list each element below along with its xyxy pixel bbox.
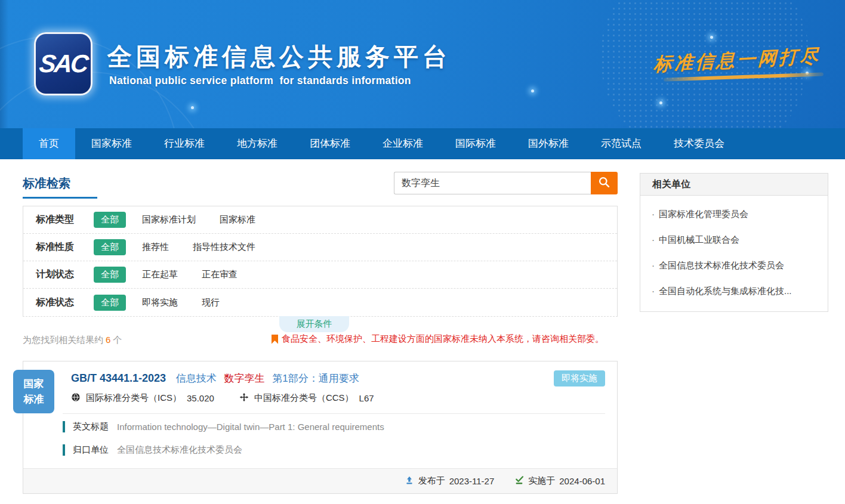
magnifier-icon [598,176,610,190]
nav-item-national-standards[interactable]: 国家标准 [75,128,148,159]
glow-dot-decoration [659,101,662,104]
card-divider [63,413,605,414]
glow-dot-decoration [531,89,534,92]
search-box [394,172,618,194]
result-summary: 为您找到相关结果约6个 [23,335,122,346]
standard-type-badge: 国家 标准 [13,370,54,413]
dept-value: 全国信息技术标准化技术委员会 [117,444,242,456]
bullet: · [652,234,655,245]
filter-label: 计划状态 [36,268,94,281]
ics-value: 35.020 [187,393,214,403]
sac-logo[interactable]: SAC [34,32,92,95]
sidebar-item-label: 全国信息技术标准化技术委员会 [659,260,784,270]
filter-option[interactable]: 即将实施 [142,297,178,308]
page-title: 标准检索 [23,175,70,191]
nav-item-enterprise-standards[interactable]: 企业标准 [366,128,439,159]
sac-logo-text: SAC [38,50,89,78]
ics-meta: 国际标准分类号（ICS） 35.020 [71,392,214,404]
filter-option[interactable]: 现行 [202,297,220,308]
filter-label: 标准状态 [36,296,94,309]
sidebar-list: ·国家标准化管理委员会 ·中国机械工业联合会 ·全国信息技术标准化技术委员会 ·… [640,196,828,312]
search-input[interactable] [394,172,591,194]
filter-selected-all[interactable]: 全部 [94,239,126,255]
publish-date: 2023-11-27 [449,476,495,486]
implement-label: 实施于 [528,475,555,487]
sidebar-item-automation-systems-committee[interactable]: ·全国自动化系统与集成标准化技... [640,279,828,304]
compass-icon [239,392,249,404]
bookmark-icon [272,335,278,344]
ccs-meta: 中国标准分类号（CCS） L67 [239,392,374,404]
english-title-label: 英文标题 [73,421,109,432]
filter-row-standard-nature: 标准性质 全部 推荐性 指导性技术文件 [23,234,617,261]
filter-row-standard-status: 标准状态 全部 即将实施 现行 [23,289,617,316]
standard-title-link[interactable]: GB/T 43441.1-2023 信息技术 数字孪生 第1部分：通用要求 [71,372,359,385]
nav-item-group-standards[interactable]: 团体标准 [294,128,366,159]
implement-check-icon [514,475,524,487]
filter-label: 标准类型 [36,214,94,226]
standard-type-badge-line2: 标准 [13,392,54,407]
sidebar-item-sac[interactable]: ·国家标准化管理委员会 [640,202,828,227]
sidebar-item-label: 全国自动化系统与集成标准化技... [659,286,792,296]
sidebar-item-it-standardization-committee[interactable]: ·全国信息技术标准化技术委员会 [640,253,828,279]
filter-row-standard-type: 标准类型 全部 国家标准计划 国家标准 [23,206,617,234]
dept-row: 归口单位 全国信息技术标准化技术委员会 [63,444,242,456]
globe-icon [71,392,81,404]
filter-panel: 标准类型 全部 国家标准计划 国家标准 标准性质 全部 推荐性 指导性技术文件 … [23,206,618,317]
standard-code: GB/T 43441.1-2023 [71,372,166,384]
glow-dot-decoration [710,36,713,39]
bullet: · [652,260,655,270]
ics-label: 国际标准分类号（ICS） [86,392,181,404]
bullet: · [652,286,655,296]
nav-item-international-standards[interactable]: 国际标准 [439,128,512,159]
nav-item-industry-standards[interactable]: 行业标准 [148,128,221,159]
glow-dot-decoration [191,106,194,109]
main-nav-inner: 首页 国家标准 行业标准 地方标准 团体标准 企业标准 国际标准 国外标准 示范… [0,128,845,159]
search-button[interactable] [591,172,618,194]
nav-item-local-standards[interactable]: 地方标准 [221,128,294,159]
site-banner: SAC 全国标准信息公共服务平台 National public service… [0,0,845,128]
english-title-row: 英文标题 Information technology—Digital twin… [63,421,384,432]
filter-selected-all[interactable]: 全部 [94,212,126,228]
card-footer: 发布于 2023-11-27 实施于 2024-06-01 [23,468,617,493]
filter-row-plan-status: 计划状态 全部 正在起草 正在审查 [23,261,617,289]
english-title-value: Information technology—Digital twin—Part… [117,422,384,432]
publish-label: 发布于 [418,475,445,487]
related-units-sidebar: 相关单位 ·国家标准化管理委员会 ·中国机械工业联合会 ·全国信息技术标准化技术… [640,173,828,312]
notice-text: 食品安全、环境保护、工程建设方面的国家标准未纳入本系统，请咨询相关部委。 [282,333,604,345]
dept-label: 归口单位 [73,444,109,456]
expand-conditions-button[interactable]: 展开条件 [279,316,349,332]
filter-option[interactable]: 推荐性 [142,242,169,253]
standard-result-card: 国家 标准 GB/T 43441.1-2023 信息技术 数字孪生 第1部分：通… [23,361,618,494]
standard-title-part1: 信息技术 [176,373,217,384]
teal-bar-decoration [63,444,65,456]
nav-item-foreign-standards[interactable]: 国外标准 [512,128,585,159]
sidebar-item-label: 国家标准化管理委员会 [659,209,748,219]
bullet: · [652,209,655,219]
status-badge: 即将实施 [554,370,605,386]
filter-selected-all[interactable]: 全部 [94,267,126,283]
filter-option[interactable]: 正在审查 [202,269,238,280]
site-subtitle: National public service platform for sta… [109,75,411,87]
filter-option[interactable]: 指导性技术文件 [193,242,255,253]
standard-title-part2: 第1部分：通用要求 [272,373,359,384]
ccs-label: 中国标准分类号（CCS） [254,392,354,404]
main-nav: 首页 国家标准 行业标准 地方标准 团体标准 企业标准 国际标准 国外标准 示范… [0,128,845,159]
nav-item-pilot-projects[interactable]: 示范试点 [585,128,658,159]
filter-selected-all[interactable]: 全部 [94,295,126,311]
filter-option[interactable]: 正在起草 [142,269,178,280]
sidebar-item-machinery-federation[interactable]: ·中国机械工业联合会 [640,227,828,253]
site-title: 全国标准信息公共服务平台 [107,41,451,73]
standard-title-highlight: 数字孪生 [224,373,265,384]
filter-label: 标准性质 [36,241,94,253]
implement-date: 2024-06-01 [559,476,605,486]
system-notice: 食品安全、环境保护、工程建设方面的国家标准未纳入本系统，请咨询相关部委。 [272,333,604,345]
nav-item-technical-committees[interactable]: 技术委员会 [658,128,741,159]
result-count: 6 [106,335,110,345]
implement-date-item: 实施于 2024-06-01 [514,475,605,487]
sidebar-title: 相关单位 [640,173,828,196]
filter-option[interactable]: 国家标准 [220,214,255,225]
classification-meta-row: 国际标准分类号（ICS） 35.020 中国标准分类号（CCS） L67 [71,392,399,404]
nav-item-home[interactable]: 首页 [23,128,75,159]
filter-option[interactable]: 国家标准计划 [142,214,196,225]
ccs-value: L67 [359,393,374,403]
